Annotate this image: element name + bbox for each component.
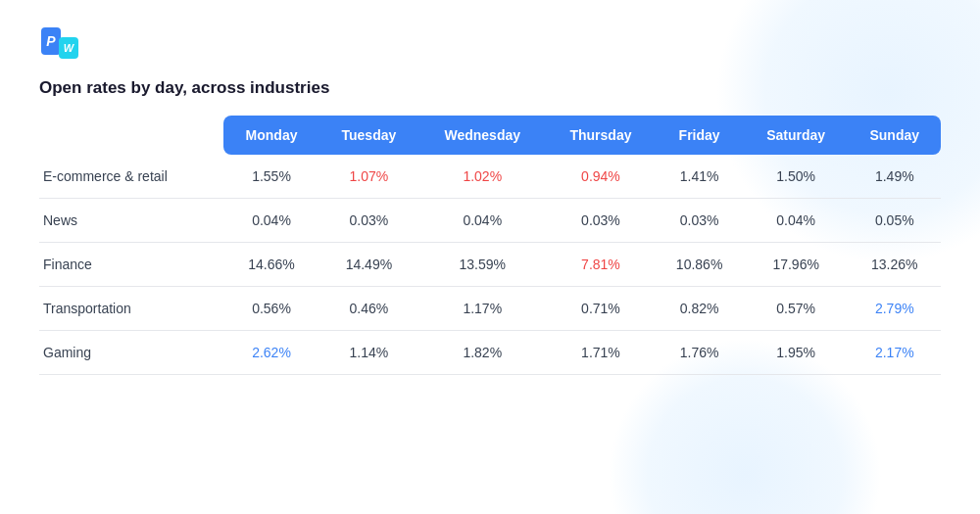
cell-value: 1.17% (418, 287, 546, 331)
cell-value: 1.07% (319, 155, 418, 199)
page-title: Open rates by day, across industries (39, 78, 941, 98)
cell-value: 7.81% (546, 243, 655, 287)
cell-value: 0.03% (655, 199, 743, 243)
cell-value: 1.76% (655, 331, 743, 375)
industry-label: News (39, 199, 223, 243)
table-row: E-commerce & retail1.55%1.07%1.02%0.94%1… (39, 155, 941, 199)
logo-icon: P W (39, 23, 80, 59)
cell-value: 13.59% (418, 243, 546, 287)
cell-value: 2.79% (849, 287, 941, 331)
industry-label: E-commerce & retail (39, 155, 223, 199)
cell-value: 1.14% (319, 331, 418, 375)
cell-value: 0.94% (546, 155, 655, 199)
header-monday: Monday (223, 116, 318, 155)
logo-p-letter: P (41, 27, 61, 55)
cell-value: 0.03% (546, 199, 655, 243)
cell-value: 1.50% (744, 155, 849, 199)
cell-value: 1.82% (418, 331, 546, 375)
industry-label: Transportation (39, 287, 223, 331)
cell-value: 1.41% (655, 155, 743, 199)
header-wednesday: Wednesday (418, 116, 546, 155)
cell-value: 0.46% (319, 287, 418, 331)
cell-value: 0.57% (744, 287, 849, 331)
cell-value: 0.03% (319, 199, 418, 243)
cell-value: 1.71% (546, 331, 655, 375)
cell-value: 10.86% (655, 243, 743, 287)
header-sunday: Sunday (849, 116, 941, 155)
industry-label: Finance (39, 243, 223, 287)
cell-value: 0.04% (223, 199, 318, 243)
header-empty (39, 116, 223, 155)
data-table: Monday Tuesday Wednesday Thursday Friday… (39, 116, 941, 375)
cell-value: 1.55% (223, 155, 318, 199)
cell-value: 0.04% (418, 199, 546, 243)
logo: P W (39, 23, 941, 59)
header-tuesday: Tuesday (319, 116, 418, 155)
table-row: Gaming2.62%1.14%1.82%1.71%1.76%1.95%2.17… (39, 331, 941, 375)
cell-value: 1.02% (418, 155, 546, 199)
header-friday: Friday (655, 116, 743, 155)
table-row: News0.04%0.03%0.04%0.03%0.03%0.04%0.05% (39, 199, 941, 243)
cell-value: 0.71% (546, 287, 655, 331)
cell-value: 2.17% (849, 331, 941, 375)
cell-value: 0.82% (655, 287, 743, 331)
table-row: Finance14.66%14.49%13.59%7.81%10.86%17.9… (39, 243, 941, 287)
industry-label: Gaming (39, 331, 223, 375)
cell-value: 2.62% (223, 331, 318, 375)
cell-value: 13.26% (849, 243, 941, 287)
table-header-row: Monday Tuesday Wednesday Thursday Friday… (39, 116, 941, 155)
cell-value: 0.04% (744, 199, 849, 243)
cell-value: 17.96% (744, 243, 849, 287)
cell-value: 0.56% (223, 287, 318, 331)
cell-value: 0.05% (849, 199, 941, 243)
header-thursday: Thursday (546, 116, 655, 155)
cell-value: 14.49% (319, 243, 418, 287)
header-saturday: Saturday (744, 116, 849, 155)
cell-value: 14.66% (223, 243, 318, 287)
logo-w-letter: W (59, 37, 78, 59)
cell-value: 1.95% (744, 331, 849, 375)
table-row: Transportation0.56%0.46%1.17%0.71%0.82%0… (39, 287, 941, 331)
cell-value: 1.49% (849, 155, 941, 199)
